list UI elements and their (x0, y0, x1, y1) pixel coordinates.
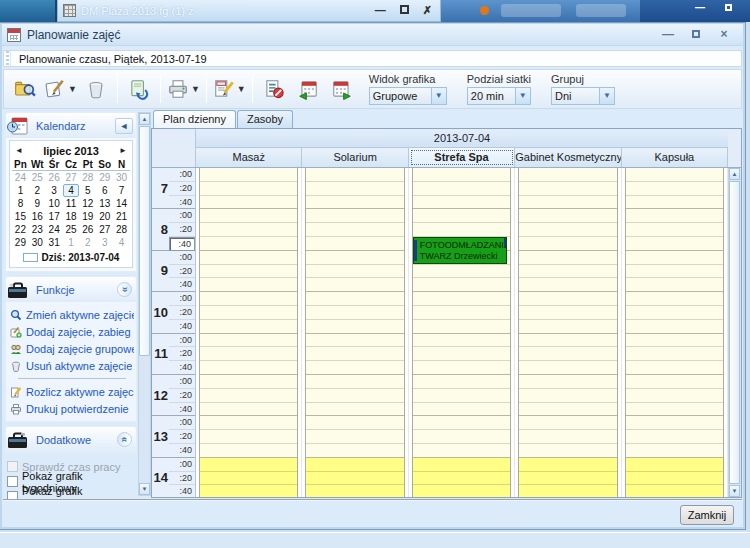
schedule-cell[interactable] (413, 320, 510, 334)
dialog-maximize-button[interactable] (687, 28, 705, 42)
schedule-cell[interactable] (626, 375, 723, 389)
column-header-0[interactable]: Masaż (196, 148, 302, 167)
scroll-down-icon[interactable]: ▼ (139, 483, 150, 495)
time-cell[interactable]: :00 (169, 209, 195, 223)
time-cell[interactable]: :20 (169, 472, 195, 486)
schedule-cell[interactable] (200, 375, 297, 389)
time-cell[interactable]: :00 (169, 334, 195, 348)
calendar-day[interactable]: 26 (46, 171, 63, 184)
time-cell[interactable]: :40 (169, 278, 195, 291)
time-cell[interactable]: :40 (169, 444, 195, 457)
calendar-day[interactable]: 28 (113, 223, 130, 236)
schedule-cell[interactable] (306, 444, 403, 458)
time-cell[interactable]: :00 (169, 251, 195, 265)
schedule-cell[interactable] (519, 306, 616, 320)
time-cell[interactable]: :40 (169, 485, 195, 497)
calendar-day[interactable]: 23 (29, 223, 46, 236)
time-cell[interactable]: :40 (169, 361, 195, 374)
schedule-cell[interactable] (200, 334, 297, 348)
combo-select-1[interactable]: 20 min▼ (467, 87, 531, 105)
calendar-day[interactable]: 10 (46, 197, 63, 210)
schedule-cell[interactable] (519, 334, 616, 348)
schedule-cell[interactable] (200, 168, 297, 182)
scroll-up-icon[interactable]: ▲ (139, 113, 150, 125)
schedule-cell[interactable] (200, 182, 297, 196)
schedule-cell[interactable] (306, 320, 403, 334)
calendar-day[interactable]: 9 (29, 197, 46, 210)
schedule-cell[interactable] (519, 278, 616, 292)
calendar-day-selected[interactable]: 4 (63, 184, 80, 197)
schedule-cell[interactable] (626, 237, 723, 251)
expand-chevron-icon[interactable]: « (117, 432, 132, 447)
folder-search-button[interactable] (9, 73, 41, 105)
schedule-cell[interactable] (626, 292, 723, 306)
schedule-cell[interactable] (626, 389, 723, 403)
collapse-chevron-icon[interactable]: « (117, 282, 132, 297)
chevron-down-icon[interactable]: ▼ (515, 88, 530, 104)
schedule-cell[interactable] (306, 430, 403, 444)
time-cell[interactable]: :20 (169, 182, 195, 196)
schedule-cell[interactable] (519, 209, 616, 223)
schedule-cell[interactable] (413, 292, 510, 306)
schedule-cells[interactable] (305, 168, 404, 497)
schedule-cell[interactable] (413, 403, 510, 417)
schedule-cell[interactable] (413, 182, 510, 196)
calendar-day[interactable]: 27 (63, 171, 80, 184)
time-cell[interactable]: :00 (169, 168, 195, 182)
schedule-cell[interactable] (626, 430, 723, 444)
schedule-cell[interactable] (200, 403, 297, 417)
schedule-cell[interactable] (413, 375, 510, 389)
dropdown-arrow-icon[interactable]: ▼ (237, 84, 246, 94)
time-cell[interactable]: :20 (169, 306, 195, 320)
time-cell[interactable]: :20 (169, 389, 195, 403)
calendar-day[interactable]: 29 (12, 236, 29, 249)
schedule-cell[interactable] (413, 334, 510, 348)
function-link-4[interactable]: Rozlicz aktywne zajęcie (10, 383, 134, 400)
schedule-cell[interactable] (306, 361, 403, 375)
function-link-3[interactable]: Usuń aktywne zajęcie (10, 357, 134, 374)
additional-panel-header[interactable]: Dodatkowe « (6, 427, 136, 452)
schedule-cell[interactable] (200, 292, 297, 306)
schedule-cell[interactable] (200, 389, 297, 403)
time-cell[interactable]: :00 (169, 458, 195, 472)
bg-minimize-button-2[interactable]: — (690, 2, 710, 14)
calendar-day[interactable]: 8 (12, 197, 29, 210)
combo-select-0[interactable]: Grupowe▼ (369, 87, 447, 105)
schedule-cell[interactable] (519, 237, 616, 251)
schedule-cell[interactable] (413, 168, 510, 182)
time-cell[interactable]: :00 (169, 375, 195, 389)
column-header-1[interactable]: Solarium (302, 148, 408, 167)
calendar-prev-button[interactable] (292, 73, 324, 105)
calendar-day[interactable]: 3 (46, 184, 63, 197)
calendar-day[interactable]: 13 (96, 197, 113, 210)
schedule-cell[interactable] (519, 403, 616, 417)
schedule-cell[interactable] (519, 458, 616, 472)
calendar-day[interactable]: 2 (79, 236, 96, 249)
schedule-cell[interactable] (413, 416, 510, 430)
schedule-cell[interactable] (200, 265, 297, 279)
schedule-cell[interactable] (306, 472, 403, 486)
schedule-cell[interactable] (200, 347, 297, 361)
calendar-day[interactable]: 31 (46, 236, 63, 249)
vat-edit-button[interactable]: ▼ (212, 73, 247, 105)
schedule-cell[interactable] (306, 292, 403, 306)
calendar-day[interactable]: 15 (12, 210, 29, 223)
schedule-cell[interactable] (200, 278, 297, 292)
schedule-cells[interactable] (412, 168, 511, 497)
schedule-cell[interactable] (413, 265, 510, 279)
time-cell[interactable]: :20 (169, 430, 195, 444)
chevron-down-icon[interactable]: ▼ (599, 88, 614, 104)
schedule-cell[interactable] (626, 444, 723, 458)
schedule-cell[interactable] (519, 416, 616, 430)
calendar-day[interactable]: 20 (96, 210, 113, 223)
calendar-day[interactable]: 2 (29, 184, 46, 197)
schedule-cell[interactable] (306, 403, 403, 417)
prev-month-button[interactable]: ◄ (12, 146, 26, 155)
schedule-cell[interactable] (306, 265, 403, 279)
schedule-cells[interactable] (625, 168, 724, 497)
calendar-day[interactable]: 28 (79, 171, 96, 184)
schedule-cell[interactable] (626, 485, 723, 497)
schedule-cell[interactable] (413, 430, 510, 444)
schedule-cell[interactable] (626, 416, 723, 430)
schedule-cell[interactable] (200, 361, 297, 375)
